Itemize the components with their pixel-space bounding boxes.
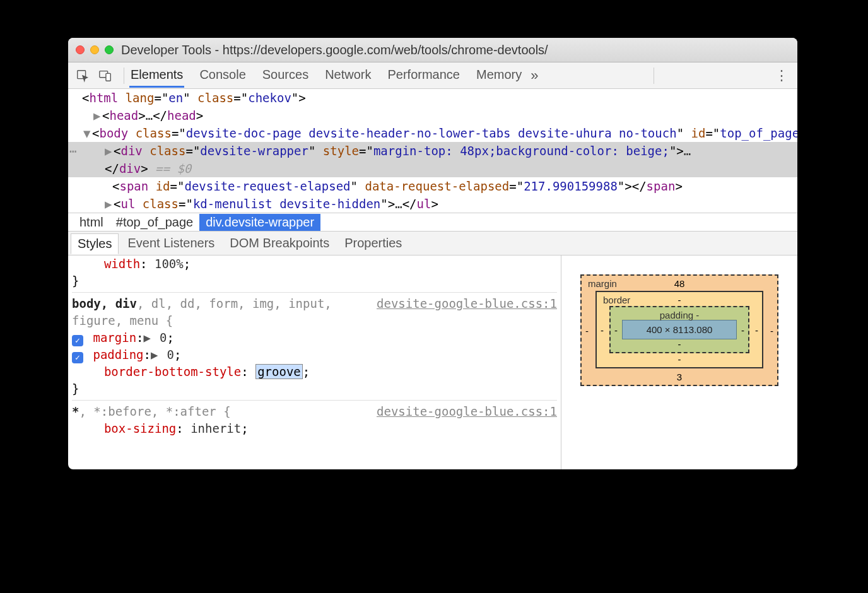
panel-tabs: Elements Console Sources Network Perform…	[129, 64, 523, 88]
source-link[interactable]: devsite-google-blue.css:1	[377, 295, 557, 312]
box-model-margin[interactable]: margin 48 - - 3 border - - - - padding -…	[580, 274, 778, 386]
style-rule[interactable]: width: 100%; }	[72, 255, 557, 293]
separator	[654, 68, 654, 84]
tab-console[interactable]: Console	[198, 64, 247, 88]
crumb-selected[interactable]: div.devsite-wrapper	[199, 214, 320, 231]
separator	[124, 68, 124, 84]
dom-node-head[interactable]: ▶<head>…</head>	[68, 107, 797, 124]
value-editor-input[interactable]: groove	[255, 364, 303, 379]
subtab-styles[interactable]: Styles	[71, 233, 119, 254]
subtab-properties[interactable]: Properties	[338, 233, 408, 253]
dom-node-body[interactable]: ▼<body class="devsite-doc-page devsite-h…	[68, 124, 797, 142]
sidebar-tabs: Styles Event Listeners DOM Breakpoints P…	[68, 232, 797, 255]
dom-node-ul[interactable]: ▶<ul class="kd-menulist devsite-hidden">…	[68, 195, 797, 213]
maximize-icon[interactable]	[105, 45, 114, 54]
expand-arrow-icon[interactable]: ▶	[93, 107, 102, 124]
more-tabs-icon[interactable]: »	[531, 68, 538, 84]
styles-pane[interactable]: width: 100%; } devsite-google-blue.css:1…	[68, 255, 561, 469]
tab-network[interactable]: Network	[324, 64, 372, 88]
settings-menu-icon[interactable]: ⋮	[775, 68, 789, 84]
breadcrumb: html #top_of_page div.devsite-wrapper	[68, 213, 797, 232]
box-model-border[interactable]: border - - - - padding - - - - 400 × 811…	[595, 291, 763, 368]
expand-arrow-icon[interactable]: ▶	[105, 195, 114, 213]
subtab-event-listeners[interactable]: Event Listeners	[121, 233, 221, 253]
minimize-icon[interactable]	[90, 45, 99, 54]
svg-rect-2	[106, 73, 110, 81]
crumb-body[interactable]: #top_of_page	[110, 214, 199, 231]
devtools-window: Developer Tools - https://developers.goo…	[68, 38, 797, 469]
subtab-dom-breakpoints[interactable]: DOM Breakpoints	[223, 233, 336, 253]
box-model-content[interactable]: 400 × 8113.080	[622, 320, 737, 339]
expand-arrow-icon[interactable]: ▶	[151, 346, 160, 363]
tab-performance[interactable]: Performance	[387, 64, 462, 88]
style-declaration[interactable]: box-sizing: inherit;	[72, 420, 557, 437]
style-declaration-editing[interactable]: border-bottom-style: groove;	[72, 363, 557, 380]
box-model-pane: margin 48 - - 3 border - - - - padding -…	[561, 255, 797, 469]
tab-sources[interactable]: Sources	[261, 64, 310, 88]
style-rule[interactable]: devsite-google-blue.css:1*, *:before, *:…	[72, 403, 557, 437]
tab-memory[interactable]: Memory	[475, 64, 523, 88]
dom-node-html[interactable]: <html lang="en" class="chekov">	[68, 89, 797, 107]
dom-node-span[interactable]: <span id="devsite-request-elapsed" data-…	[68, 177, 797, 195]
style-declaration[interactable]: ✓ padding:▶ 0;	[72, 346, 557, 363]
window-title: Developer Tools - https://developers.goo…	[121, 43, 548, 57]
close-icon[interactable]	[76, 45, 85, 54]
titlebar: Developer Tools - https://developers.goo…	[68, 38, 797, 62]
style-declaration[interactable]: ✓ margin:▶ 0;	[72, 329, 557, 346]
traffic-lights	[76, 45, 114, 54]
checkbox-icon[interactable]: ✓	[72, 352, 83, 363]
dom-node-selected[interactable]: ⋯ ▶<div class="devsite-wrapper" style="m…	[68, 142, 797, 177]
crumb-html[interactable]: html	[73, 214, 110, 231]
ellipsis-icon[interactable]: ⋯	[69, 142, 76, 160]
collapse-arrow-icon[interactable]: ▼	[83, 124, 92, 142]
style-rule[interactable]: devsite-google-blue.css:1body, div, dl, …	[72, 295, 557, 401]
tab-elements[interactable]: Elements	[129, 64, 184, 88]
expand-arrow-icon[interactable]: ▶	[144, 329, 153, 346]
bottom-panels: width: 100%; } devsite-google-blue.css:1…	[68, 255, 797, 469]
device-toggle-icon[interactable]	[96, 66, 115, 85]
checkbox-icon[interactable]: ✓	[72, 335, 83, 346]
box-model-padding[interactable]: padding - - - - 400 × 8113.080	[609, 306, 749, 353]
main-toolbar: Elements Console Sources Network Perform…	[68, 62, 797, 89]
dom-tree[interactable]: <html lang="en" class="chekov"> ▶<head>……	[68, 89, 797, 213]
inspect-element-icon[interactable]	[73, 66, 92, 85]
source-link[interactable]: devsite-google-blue.css:1	[377, 403, 557, 420]
expand-arrow-icon[interactable]: ▶	[105, 142, 114, 160]
